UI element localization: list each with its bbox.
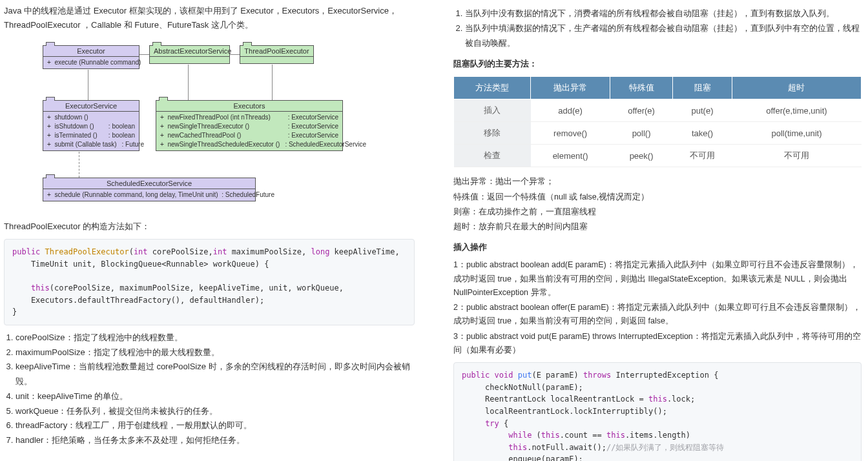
left-column: Java 中的线程池是通过 Executor 框架实现的，该框架中用到了 Exe… <box>0 0 434 461</box>
blocking-methods-heading: 阻塞队列的主要方法： <box>453 57 862 71</box>
list-item: handler：拒绝策略，当任务太多来不及处理，如何拒绝任务。 <box>16 433 415 448</box>
uml-abstract-executor-service: AbstractExecutorService <box>149 45 230 64</box>
code-constructor: public ThreadPoolExecutor(int corePoolSi… <box>4 239 415 325</box>
table-row: 插入add(e)offer(e)put(e)offer(e,time,unit) <box>454 99 862 122</box>
uml-executor: Executor + execute (Runnable command) <box>43 45 140 69</box>
table-row: 检查element()peek()不可用不可用 <box>454 145 862 167</box>
insert-heading: 插入操作 <box>453 240 862 254</box>
list-item: 当队列中没有数据的情况下，消费者端的所有线程都会被自动阻塞（挂起），直到有数据放… <box>465 6 862 21</box>
insert-items: 1：public abstract boolean add(E paramE)：… <box>453 258 862 357</box>
methods-table: 方法类型抛出异常特殊值阻塞超时 插入add(e)offer(e)put(e)of… <box>453 76 862 167</box>
code-put: public void put(E paramE) throws Interru… <box>453 362 862 461</box>
uml-diagram: Executor + execute (Runnable command) Ab… <box>17 39 378 213</box>
uml-executors: Executors + newFixedThreadPool (int nThr… <box>156 100 343 151</box>
list-item: keepAliveTime：当前线程池数量超过 corePoolSize 时，多… <box>16 360 415 389</box>
uml-scheduled-executor-service: ScheduledExecutorService + schedule (Run… <box>43 178 256 201</box>
definitions-block: 抛出异常：抛出一个异常；特殊值：返回一个特殊值（null 或 false,视情况… <box>453 175 862 234</box>
list-item: unit：keepAliveTime 的单位。 <box>16 389 415 404</box>
constructor-caption: ThreadPoolExecutor 的构造方法如下： <box>4 220 415 234</box>
right-column: 当队列中没有数据的情况下，消费者端的所有线程都会被自动阻塞（挂起），直到有数据放… <box>434 0 868 461</box>
table-row: 移除remove()poll()take()poll(time,unit) <box>454 122 862 145</box>
list-item: corePoolSize：指定了线程池中的线程数量。 <box>16 331 415 345</box>
uml-executor-service: ExecutorService + shutdown ()+ isShutdow… <box>43 100 140 151</box>
intro-text: Java 中的线程池是通过 Executor 框架实现的，该框架中用到了 Exe… <box>4 4 415 32</box>
list-item: 当队列中填满数据的情况下，生产者端的所有线程都会被自动阻塞（挂起），直到队列中有… <box>465 21 862 51</box>
list-item: threadFactory：线程工厂，用于创建线程，一般用默认的即可。 <box>16 418 415 433</box>
params-list: corePoolSize：指定了线程池中的线程数量。maximumPoolSiz… <box>4 331 415 448</box>
list-item: workQueue：任务队列，被提交但尚未被执行的任务。 <box>16 404 415 419</box>
scenario-list: 当队列中没有数据的情况下，消费者端的所有线程都会被自动阻塞（挂起），直到有数据放… <box>453 6 862 50</box>
list-item: maximumPoolSize：指定了线程池中的最大线程数量。 <box>16 345 415 360</box>
uml-thread-pool-executor: ThreadPoolExecutor <box>240 45 314 64</box>
